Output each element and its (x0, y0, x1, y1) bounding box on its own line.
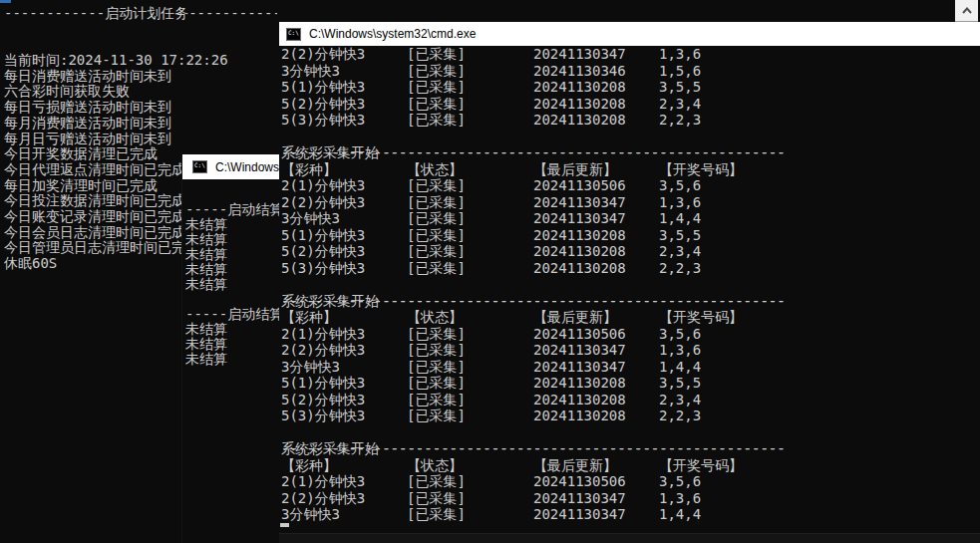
last-update-cell: 20241130208 (533, 375, 626, 392)
status-cell: [已采集] (407, 194, 466, 211)
table-row: 2(1)分钟快3[已采集]202411305063,5,6 (279, 326, 980, 343)
lottery-name-cell: 5(3)分钟快3 (281, 260, 365, 277)
table-row: 5(3)分钟快3[已采集]202411302082,2,3 (279, 112, 980, 129)
text-cursor (280, 523, 289, 527)
status-cell: [已采集] (407, 506, 466, 523)
status-cell: [已采集] (407, 407, 466, 424)
last-update-cell: 20241130347 (533, 506, 626, 523)
status-cell: [已采集] (407, 359, 466, 376)
last-update-cell: 20241130208 (533, 243, 626, 260)
last-update-cell: 20241130347 (533, 210, 626, 227)
table-row: 3分钟快3[已采集]202411303471,4,4 (279, 506, 980, 523)
draw-numbers-cell: 2,2,3 (659, 407, 701, 424)
collection-separator: ----------------------------------------… (279, 144, 980, 161)
last-update-cell: 20241130347 (533, 46, 626, 63)
draw-numbers-cell: 1,4,4 (659, 359, 701, 376)
status-cell: [已采集] (407, 490, 466, 507)
screen: ------------启动计划任务----------------------… (0, 0, 980, 543)
last-update-cell: 20241130506 (533, 473, 626, 490)
status-cell: [已采集] (407, 112, 466, 129)
last-update-cell: 20241130208 (533, 260, 626, 277)
window-cmd-main[interactable]: C:\ C:\Windows\system32\cmd.exe 2(2)分钟快3… (279, 22, 980, 543)
table-row: 5(1)分钟快3[已采集]202411302083,5,5 (279, 375, 980, 392)
status-cell: [已采集] (407, 342, 466, 359)
draw-numbers-cell: 3,5,6 (659, 473, 701, 490)
window-title: C:\Windows\system32\cmd.exe (215, 160, 280, 174)
draw-numbers-cell: 3,5,5 (659, 227, 701, 244)
lottery-name-cell: 2(2)分钟快3 (281, 490, 365, 507)
draw-numbers-cell: 3,5,6 (659, 177, 701, 194)
lottery-name-cell: 5(1)分钟快3 (281, 79, 365, 96)
draw-numbers-cell: 2,2,3 (659, 260, 701, 277)
lottery-name-cell: 2(1)分钟快3 (281, 326, 365, 343)
lottery-name-cell: 5(1)分钟快3 (281, 375, 365, 392)
table-row: 5(2)分钟快3[已采集]202411302082,3,4 (279, 392, 980, 408)
last-update-cell: 【最后更新】 (533, 457, 617, 474)
settlement-status-line: 未结算 (185, 247, 280, 262)
lottery-name-cell: 【彩种】 (281, 161, 337, 178)
console-output: -----启动结算未结算未结算未结算未结算未结算-----启动结算未结算未结算未… (185, 187, 280, 543)
console-line (185, 292, 280, 307)
status-cell: [已采集] (407, 243, 466, 260)
last-update-cell: 20241130208 (533, 112, 626, 129)
last-update-cell: 【最后更新】 (533, 161, 617, 178)
lottery-name-cell: 2(1)分钟快3 (281, 177, 365, 194)
cmd-icon: C:\ (286, 28, 301, 41)
settlement-status-line: 未结算 (185, 277, 280, 292)
lottery-name-cell: 3分钟快3 (281, 63, 340, 80)
draw-numbers-cell: 1,3,6 (659, 342, 701, 359)
titlebar[interactable]: C:\ C:\Windows\system32\cmd.exe (182, 154, 280, 179)
table-row: 2(1)分钟快3[已采集]202411305063,5,6 (279, 473, 980, 490)
table-row: 3分钟快3[已采集]202411303471,4,4 (279, 359, 980, 376)
draw-numbers-cell: 【开奖号码】 (659, 457, 743, 474)
lottery-name-cell: 3分钟快3 (281, 359, 340, 376)
table-row: 5(3)分钟快3[已采集]202411302082,2,3 (279, 407, 980, 424)
titlebar[interactable]: C:\ C:\Windows\system32\cmd.exe (279, 22, 980, 46)
status-cell: 【状态】 (407, 457, 463, 474)
window-bottom-edge (279, 533, 980, 543)
separator-line: -----启动结算 (185, 202, 280, 217)
lottery-name-cell: 3分钟快3 (281, 210, 340, 227)
window-top-behind (277, 0, 980, 22)
draw-numbers-cell: 【开奖号码】 (659, 161, 743, 178)
scrollbar-up-button[interactable] (955, 0, 978, 22)
table-row: 3分钟快3[已采集]202411303461,5,6 (279, 63, 980, 80)
draw-numbers-cell: 2,3,4 (659, 392, 701, 408)
draw-numbers-cell: 1,5,6 (659, 63, 701, 80)
draw-numbers-cell: 1,3,6 (659, 490, 701, 507)
status-cell: [已采集] (407, 177, 466, 194)
lottery-name-cell: 5(1)分钟快3 (281, 227, 365, 244)
last-update-cell: 20241130346 (533, 63, 626, 80)
table-header: 【彩种】【状态】【最后更新】【开奖号码】 (279, 161, 980, 178)
console-line (279, 129, 980, 145)
collection-separator: ----------------------------------------… (279, 440, 980, 457)
status-cell: [已采集] (407, 227, 466, 244)
last-update-cell: 20241130208 (533, 79, 626, 96)
draw-numbers-cell: 【开奖号码】 (659, 309, 743, 326)
cmd-icon: C:\ (192, 160, 207, 173)
separator-dashes: ----------------------------------------… (281, 144, 786, 161)
draw-numbers-cell: 2,3,4 (659, 96, 701, 113)
separator-line: -----启动结算 (185, 307, 280, 322)
window-settlement[interactable]: C:\ C:\Windows\system32\cmd.exe -----启动结… (181, 154, 280, 543)
last-update-cell: 20241130208 (533, 392, 626, 408)
last-update-cell: 【最后更新】 (533, 309, 617, 326)
console-line (279, 276, 980, 293)
table-row: 5(2)分钟快3[已采集]202411302082,3,4 (279, 243, 980, 260)
status-cell: [已采集] (407, 375, 466, 392)
settlement-status-line: 未结算 (185, 217, 280, 232)
lottery-name-cell: 2(2)分钟快3 (281, 46, 365, 63)
status-cell: [已采集] (407, 392, 466, 408)
separator-dashes: ----------------------------------------… (281, 440, 786, 457)
lottery-name-cell: 5(3)分钟快3 (281, 407, 365, 424)
status-cell: 【状态】 (407, 309, 463, 326)
lottery-name-cell: 5(3)分钟快3 (281, 112, 365, 129)
last-update-cell: 20241130208 (533, 227, 626, 244)
last-update-cell: 20241130347 (533, 194, 626, 211)
table-row: 2(2)分钟快3[已采集]202411303471,3,6 (279, 46, 980, 63)
lottery-name-cell: 3分钟快3 (281, 506, 340, 523)
lottery-name-cell: 【彩种】 (281, 457, 337, 474)
last-update-cell: 20241130347 (533, 490, 626, 507)
settlement-status-line: 未结算 (185, 337, 280, 352)
status-cell: [已采集] (407, 96, 466, 113)
